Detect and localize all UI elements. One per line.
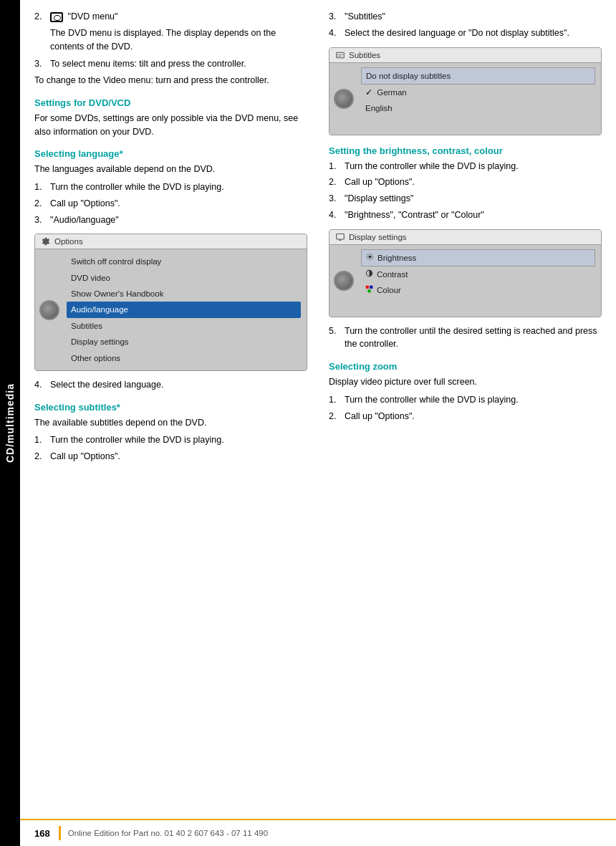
colour-icon xyxy=(365,284,373,297)
menu-item-1: Switch off control display xyxy=(67,254,301,269)
zoom-step-1: 1. Turn the controller while the DVD is … xyxy=(329,393,602,407)
svg-rect-16 xyxy=(366,286,369,289)
display-menu-list: Brightness Contrast xyxy=(361,249,595,299)
dvd-vcd-body: For some DVDs, settings are only possibl… xyxy=(34,112,307,139)
step-2-body: The DVD menu is displayed. The display d… xyxy=(50,27,307,54)
lang-step-3: 3. "Audio/language" xyxy=(34,213,307,227)
right-step-4: 4. Select the desired language or "Do no… xyxy=(329,27,602,40)
menu-item-5: Subtitles xyxy=(67,318,301,334)
footer-text: Online Edition for Part no. 01 40 2 607 … xyxy=(68,829,268,837)
page-footer: 168 Online Edition for Part no. 01 40 2 … xyxy=(20,819,616,846)
lang-step-4: 4. Select the desired language. xyxy=(34,378,307,392)
svg-line-14 xyxy=(367,258,368,259)
subtitles-body: The available subtitles depend on the DV… xyxy=(34,416,307,430)
options-title-bar: Options xyxy=(35,234,307,249)
svg-rect-17 xyxy=(370,286,372,289)
lang-heading: Selecting language* xyxy=(34,148,307,159)
step-2-num: 2. xyxy=(34,10,50,24)
options-body: Switch off control display DVD video Sho… xyxy=(35,249,307,370)
display-title-bar: Display settings xyxy=(329,230,601,245)
dvd-icon xyxy=(50,12,63,22)
subtitles-body: Do not display subtitles ✓ German Englis… xyxy=(329,63,601,135)
subtitle-item-3: English xyxy=(361,100,595,116)
menu-item-4: Audio/language xyxy=(67,302,301,317)
menu-item-2: DVD video xyxy=(67,270,301,286)
menu-item-3: Show Owner's Handbook xyxy=(67,286,301,302)
footer-bar xyxy=(59,826,61,840)
page-number: 168 xyxy=(34,828,50,839)
lang-body: The languages available depend on the DV… xyxy=(34,163,307,176)
subtitles-screenshot: Subtitles Do not display subtitles ✓ Ger… xyxy=(329,47,602,135)
options-title-icon xyxy=(41,236,51,246)
svg-rect-0 xyxy=(337,52,345,58)
sidebar-tab: CD/multimedia xyxy=(0,0,20,846)
right-step-3: 3. "Subtitles" xyxy=(329,10,602,24)
subtitles-menu-list: Do not display subtitles ✓ German Englis… xyxy=(361,67,595,117)
subtitle-item-1: Do not display subtitles xyxy=(361,67,595,85)
step-2-item: 2. "DVD menu" xyxy=(34,10,307,24)
subtitles-heading: Selecting subtitles* xyxy=(34,402,307,413)
dvd-vcd-heading: Settings for DVD/VCD xyxy=(34,97,307,108)
display-item-contrast: Contrast xyxy=(361,266,595,282)
right-column: 3. "Subtitles" 4. Select the desired lan… xyxy=(329,7,602,466)
change-video-text: To change to the Video menu: turn and pr… xyxy=(34,74,307,87)
menu-item-7: Other options xyxy=(67,350,301,366)
svg-point-6 xyxy=(368,255,371,258)
step-3-text: To select menu items: tilt and press the… xyxy=(50,57,307,71)
display-body: Brightness Contrast xyxy=(329,245,601,317)
options-screenshot: Options Switch off control display DVD v… xyxy=(34,234,307,371)
bright-step-2: 2. Call up "Options". xyxy=(329,176,602,189)
options-title-text: Options xyxy=(54,237,83,246)
left-column: 2. "DVD menu" The DVD menu is displayed.… xyxy=(34,7,307,466)
lang-step-2: 2. Call up "Options". xyxy=(34,197,307,211)
zoom-step-2: 2. Call up "Options". xyxy=(329,410,602,423)
controller-knob-right-sub xyxy=(334,89,354,109)
sub-step-2: 2. Call up "Options". xyxy=(34,450,307,463)
subtitles-title-icon xyxy=(335,50,345,60)
bright-step-1: 1. Turn the controller while the DVD is … xyxy=(329,160,602,173)
svg-line-13 xyxy=(372,254,372,255)
step-3-num: 3. xyxy=(34,57,50,71)
main-content: 2. "DVD menu" The DVD menu is displayed.… xyxy=(20,0,616,481)
svg-line-12 xyxy=(372,258,372,259)
svg-rect-18 xyxy=(367,289,370,292)
display-screenshot: Display settings xyxy=(329,229,602,317)
svg-rect-3 xyxy=(337,234,345,239)
controller-knob-left xyxy=(39,300,59,320)
zoom-body: Display video picture over full screen. xyxy=(329,375,602,389)
bright-step-4: 4. "Brightness", "Contrast" or "Colour" xyxy=(329,208,602,222)
brightness-icon xyxy=(366,251,374,264)
display-title-icon xyxy=(335,232,345,242)
right-step-5: 5. Turn the controller until the desired… xyxy=(329,325,602,352)
zoom-heading: Selecting zoom xyxy=(329,361,602,372)
subtitles-title-text: Subtitles xyxy=(349,51,380,59)
menu-item-6: Display settings xyxy=(67,334,301,350)
step-2-text: "DVD menu" xyxy=(50,10,307,24)
options-menu-list: Switch off control display DVD video Sho… xyxy=(67,254,301,366)
display-item-colour: Colour xyxy=(361,282,595,298)
step-3-item: 3. To select menu items: tilt and press … xyxy=(34,57,307,71)
brightness-heading: Setting the brightness, contrast, colour xyxy=(329,145,602,156)
lang-step-1: 1. Turn the controller while the DVD is … xyxy=(34,181,307,194)
bright-step-3: 3. "Display settings" xyxy=(329,192,602,206)
sidebar-label: CD/multimedia xyxy=(4,383,16,463)
subtitle-item-2: ✓ German xyxy=(361,85,595,100)
svg-line-11 xyxy=(367,254,368,255)
sub-step-1: 1. Turn the controller while the DVD is … xyxy=(34,433,307,447)
subtitles-title-bar: Subtitles xyxy=(329,48,601,63)
display-title-text: Display settings xyxy=(349,233,407,241)
display-item-brightness: Brightness xyxy=(361,249,595,266)
contrast-icon xyxy=(365,268,373,281)
controller-knob-right-disp xyxy=(334,271,354,291)
